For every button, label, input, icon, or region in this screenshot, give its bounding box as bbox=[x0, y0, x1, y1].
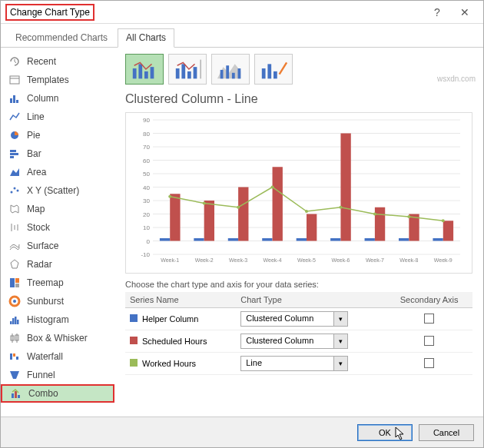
svg-rect-77 bbox=[160, 238, 170, 241]
chart-type-dropdown[interactable]: Line▾ bbox=[240, 356, 348, 371]
chart-type-dropdown[interactable]: Clustered Column▾ bbox=[240, 334, 348, 349]
svg-rect-101 bbox=[433, 238, 443, 241]
chevron-down-icon: ▾ bbox=[333, 334, 347, 348]
sidebar-item-templates[interactable]: Templates bbox=[1, 71, 114, 89]
subtype-clustered-column-line[interactable] bbox=[125, 54, 164, 85]
sidebar-item-bar[interactable]: Bar bbox=[1, 144, 114, 163]
svg-rect-40 bbox=[151, 67, 154, 78]
svg-text:70: 70 bbox=[143, 144, 150, 151]
svg-rect-42 bbox=[181, 64, 185, 78]
svg-rect-78 bbox=[170, 194, 180, 241]
svg-rect-44 bbox=[194, 67, 197, 78]
subtype-clustered-column-line-secondary[interactable] bbox=[168, 54, 207, 85]
sidebar-item-surface[interactable]: Surface bbox=[1, 237, 114, 255]
svg-point-11 bbox=[14, 187, 16, 190]
change-chart-type-dialog: Change Chart Type ? ✕ Recommended Charts… bbox=[0, 0, 484, 448]
svg-point-12 bbox=[17, 190, 19, 192]
secondary-axis-checkbox[interactable] bbox=[424, 358, 434, 368]
stock-icon bbox=[8, 221, 21, 234]
close-button[interactable]: ✕ bbox=[451, 2, 479, 23]
tab-recommended[interactable]: Recommended Charts bbox=[7, 28, 116, 47]
svg-text:Week-9: Week-9 bbox=[434, 257, 453, 263]
sidebar-item-label: Histogram bbox=[27, 314, 69, 325]
svg-text:Week-8: Week-8 bbox=[399, 257, 418, 263]
svg-rect-31 bbox=[13, 353, 15, 357]
header-secondary-axis: Secondary Axis bbox=[386, 292, 472, 308]
sidebar-item-pie[interactable]: Pie bbox=[1, 126, 114, 144]
svg-text:80: 80 bbox=[143, 131, 150, 138]
sidebar-item-funnel[interactable]: Funnel bbox=[1, 366, 114, 384]
svg-text:Week-2: Week-2 bbox=[195, 257, 214, 263]
svg-rect-8 bbox=[10, 156, 14, 158]
svg-point-110 bbox=[373, 213, 376, 216]
svg-rect-35 bbox=[15, 391, 17, 398]
sidebar-item-label: Line bbox=[27, 111, 45, 122]
svg-rect-24 bbox=[15, 317, 17, 324]
svg-text:Week-3: Week-3 bbox=[229, 257, 247, 263]
svg-marker-33 bbox=[10, 371, 19, 379]
chart-type-dropdown[interactable]: Clustered Column▾ bbox=[240, 311, 348, 327]
svg-point-112 bbox=[442, 219, 445, 222]
bar-icon bbox=[8, 148, 21, 160]
chart-preview[interactable]: -100102030405060708090Week-1Week-2Week-3… bbox=[125, 112, 472, 274]
sidebar-item-sunburst[interactable]: Sunburst bbox=[1, 292, 114, 310]
sidebar-item-radar[interactable]: Radar bbox=[1, 255, 114, 274]
svg-point-109 bbox=[339, 206, 342, 209]
treemap-icon bbox=[8, 277, 21, 289]
sidebar-item-label: Bar bbox=[27, 148, 41, 159]
sidebar-item-treemap[interactable]: Treemap bbox=[1, 274, 114, 292]
help-button[interactable]: ? bbox=[423, 2, 451, 23]
svg-point-111 bbox=[407, 215, 410, 218]
svg-rect-90 bbox=[307, 214, 317, 241]
sidebar-item-combo[interactable]: Combo bbox=[1, 384, 114, 403]
svg-rect-17 bbox=[10, 278, 15, 287]
tab-all-charts[interactable]: All Charts bbox=[118, 28, 174, 48]
svg-text:0: 0 bbox=[147, 238, 151, 245]
sidebar-item-column[interactable]: Column bbox=[1, 89, 114, 108]
sidebar-item-label: Waterfall bbox=[27, 351, 63, 362]
x-y-scatter--icon bbox=[8, 184, 21, 197]
sidebar-item-area[interactable]: Area bbox=[1, 163, 114, 181]
sidebar-item-waterfall[interactable]: Waterfall bbox=[1, 347, 114, 366]
svg-rect-92 bbox=[330, 238, 340, 241]
sidebar-item-x-y-scatter-[interactable]: X Y (Scatter) bbox=[1, 181, 114, 200]
cancel-button[interactable]: Cancel bbox=[419, 424, 474, 441]
secondary-axis-checkbox[interactable] bbox=[424, 336, 434, 346]
svg-rect-51 bbox=[262, 68, 266, 78]
waterfall-icon bbox=[8, 350, 21, 363]
funnel-icon bbox=[8, 369, 21, 381]
svg-point-108 bbox=[305, 210, 308, 213]
sidebar-item-map[interactable]: Map bbox=[1, 200, 114, 218]
header-chart-type: Chart Type bbox=[236, 292, 386, 308]
chevron-down-icon: ▾ bbox=[333, 312, 347, 326]
subtype-stacked-area-column[interactable] bbox=[211, 54, 250, 85]
svg-text:Week-5: Week-5 bbox=[297, 257, 316, 263]
svg-text:50: 50 bbox=[143, 171, 150, 178]
sidebar-item-label: X Y (Scatter) bbox=[27, 185, 79, 196]
subtype-custom-combo[interactable] bbox=[254, 54, 293, 85]
sidebar-item-box-whisker[interactable]: Box & Whisker bbox=[1, 329, 114, 347]
svg-marker-9 bbox=[10, 168, 19, 176]
chart-category-sidebar: RecentTemplatesColumnLinePieBarAreaX Y (… bbox=[1, 48, 114, 416]
svg-rect-19 bbox=[15, 284, 19, 287]
svg-line-54 bbox=[280, 62, 287, 74]
main-panel: Clustered Column - Line -100102030405060… bbox=[114, 48, 483, 416]
ok-button[interactable]: OK bbox=[357, 424, 413, 441]
chevron-down-icon: ▾ bbox=[333, 357, 347, 370]
svg-rect-102 bbox=[443, 221, 453, 241]
sidebar-item-label: Templates bbox=[27, 75, 69, 85]
sidebar-item-stock[interactable]: Stock bbox=[1, 218, 114, 237]
sidebar-item-recent[interactable]: Recent bbox=[1, 52, 114, 71]
svg-rect-81 bbox=[204, 201, 214, 241]
sidebar-item-label: Recent bbox=[27, 56, 56, 67]
svg-rect-6 bbox=[10, 150, 16, 152]
secondary-axis-checkbox[interactable] bbox=[424, 314, 434, 324]
svg-rect-98 bbox=[399, 238, 409, 241]
svg-rect-48 bbox=[226, 65, 229, 78]
sidebar-item-label: Sunburst bbox=[27, 296, 64, 307]
map-icon bbox=[8, 203, 21, 215]
sidebar-item-histogram[interactable]: Histogram bbox=[1, 310, 114, 329]
sidebar-item-line[interactable]: Line bbox=[1, 108, 114, 126]
svg-rect-49 bbox=[232, 73, 235, 79]
svg-rect-36 bbox=[18, 395, 20, 398]
